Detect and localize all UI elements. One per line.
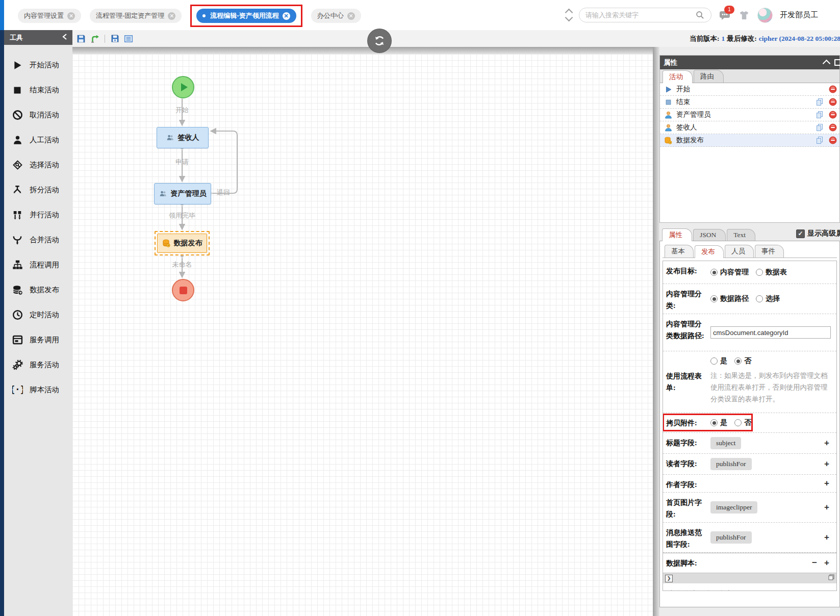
radio-option[interactable]: 内容管理 xyxy=(710,268,749,277)
header-right-cluster: 1 开发部员工 xyxy=(566,0,818,30)
tab-process-mgmt[interactable]: 流程管理-固定资产管理✕ xyxy=(90,9,182,23)
radio-option[interactable]: 是 xyxy=(710,418,727,427)
search-icon[interactable] xyxy=(694,9,706,21)
choice-icon xyxy=(11,159,23,171)
user-avatar[interactable] xyxy=(757,8,773,23)
tab-process-editor[interactable]: 流程编辑-资产领用流程✕ xyxy=(196,9,296,23)
radio-option[interactable]: 数据表 xyxy=(756,268,787,277)
copy-icon[interactable] xyxy=(815,110,824,119)
node-asset-manager[interactable]: 资产管理员 xyxy=(154,183,211,204)
add-field-button[interactable]: + xyxy=(824,438,829,448)
add-field-button[interactable]: + xyxy=(824,532,829,543)
tool-item[interactable]: 拆分活动 xyxy=(4,177,72,202)
field-chip[interactable]: imageclipper xyxy=(710,501,757,514)
detail-content: 基本 发布 人员 事件 发布目标: 内容管理 数据表 内容管理分类: xyxy=(659,241,840,607)
delete-icon[interactable] xyxy=(828,97,837,107)
field-label: 数据脚本: xyxy=(666,557,768,569)
cms-path-input[interactable] xyxy=(710,326,831,339)
activity-row[interactable]: 开始 xyxy=(660,83,839,96)
field-chip[interactable]: publishFor xyxy=(710,458,752,470)
collapse-sidebar-icon[interactable] xyxy=(62,34,67,42)
tool-item[interactable]: 合并活动 xyxy=(4,227,72,252)
properties-list-icon[interactable] xyxy=(123,34,134,44)
tab-text[interactable]: Text xyxy=(727,229,755,241)
deploy-icon[interactable] xyxy=(90,34,100,44)
save-icon[interactable] xyxy=(76,34,86,44)
save-as-icon[interactable] xyxy=(110,34,120,44)
activity-row[interactable]: 资产管理员 xyxy=(660,109,839,121)
script-editor-placeholder[interactable]: 点击此处，编写脚本代码 xyxy=(663,583,836,591)
refresh-button[interactable] xyxy=(368,29,391,53)
add-script-button[interactable]: + xyxy=(824,558,829,568)
tool-item[interactable]: 流程调用 xyxy=(4,252,72,277)
activity-row[interactable]: 签收人 xyxy=(660,121,839,134)
delete-icon[interactable] xyxy=(828,123,837,132)
tool-item-label: 拆分活动 xyxy=(30,185,59,195)
close-icon[interactable]: ✕ xyxy=(283,12,290,20)
tab-event[interactable]: 事件 xyxy=(755,245,784,258)
tool-item[interactable]: 结束活动 xyxy=(4,78,72,102)
tab-office-center[interactable]: 办公中心✕ xyxy=(311,9,361,23)
start-node[interactable] xyxy=(172,76,194,98)
theme-shirt-icon[interactable] xyxy=(738,9,750,21)
radio-option[interactable]: 否 xyxy=(734,418,751,427)
field-chip[interactable]: publishFor xyxy=(710,531,752,544)
tab-content-settings[interactable]: 内容管理设置✕ xyxy=(18,9,81,23)
tab-people[interactable]: 人员 xyxy=(725,245,754,258)
run-script-icon[interactable]: ❯ xyxy=(665,575,673,582)
node-sign-receiver[interactable]: 签收人 xyxy=(157,127,209,148)
search-box[interactable] xyxy=(579,8,711,22)
radio-option[interactable]: 数据路径 xyxy=(710,294,749,303)
copy-icon[interactable] xyxy=(815,97,824,107)
radio-option[interactable]: 否 xyxy=(734,356,751,366)
messages-icon[interactable]: 1 xyxy=(719,9,731,21)
close-icon[interactable]: ✕ xyxy=(168,12,175,20)
field-chip[interactable]: subject xyxy=(710,437,741,449)
activity-row[interactable]: 数据发布 xyxy=(660,134,839,147)
tool-item[interactable]: 服务活动 xyxy=(4,352,72,377)
tool-item[interactable]: 定时活动 xyxy=(4,302,72,327)
tab-json[interactable]: JSON xyxy=(693,229,726,241)
panel-splitter[interactable] xyxy=(653,47,659,616)
advanced-checkbox[interactable]: ✓ xyxy=(796,229,805,238)
tool-item[interactable]: 并行活动 xyxy=(4,202,72,227)
tool-item[interactable]: {·}脚本活动 xyxy=(4,377,72,402)
delete-icon[interactable] xyxy=(828,85,837,94)
add-field-button[interactable]: + xyxy=(824,502,829,512)
tool-item[interactable]: 服务调用 xyxy=(4,327,72,352)
delete-icon[interactable] xyxy=(828,110,837,119)
user-name[interactable]: 开发部员工 xyxy=(780,10,818,20)
add-field-button[interactable]: + xyxy=(824,478,829,489)
search-input[interactable] xyxy=(584,11,694,19)
tool-item[interactable]: 开始活动 xyxy=(4,53,72,78)
radio-option[interactable]: 是 xyxy=(710,356,727,366)
copy-icon[interactable] xyxy=(815,123,824,132)
tab-route[interactable]: 路由 xyxy=(694,70,724,83)
tool-item[interactable]: 取消活动 xyxy=(4,102,72,127)
tab-basic[interactable]: 基本 xyxy=(665,245,694,258)
node-data-publish-selected[interactable]: 数据发布 xyxy=(155,231,210,255)
tool-item[interactable]: 人工活动 xyxy=(4,127,72,152)
maximize-editor-icon[interactable] xyxy=(828,574,834,582)
tool-item[interactable]: 选择活动 xyxy=(4,152,72,177)
tool-item-label: 选择活动 xyxy=(30,160,59,170)
collapse-chevrons-icon[interactable] xyxy=(566,10,572,20)
popout-icon[interactable] xyxy=(834,59,840,66)
tab-prop[interactable]: 属性 xyxy=(662,228,692,241)
end-node[interactable] xyxy=(172,279,194,301)
close-icon[interactable]: ✕ xyxy=(347,12,355,20)
collapse-panel-icon[interactable] xyxy=(823,60,831,68)
radio-option[interactable]: 选择 xyxy=(756,294,780,303)
close-icon[interactable]: ✕ xyxy=(67,12,75,20)
delete-icon[interactable] xyxy=(828,136,837,145)
tab-activity[interactable]: 活动 xyxy=(663,70,693,83)
tab-publish[interactable]: 发布 xyxy=(695,245,724,258)
tool-item[interactable]: 数据发布 xyxy=(4,277,72,302)
form-row-use-flow-form: 使用流程表单: 是 否 注：如果选是，则发布到内容管理文档使用流程表单打开，否则… xyxy=(663,351,836,413)
copy-icon[interactable] xyxy=(815,136,824,145)
remove-script-button[interactable]: − xyxy=(812,558,817,568)
activity-row[interactable]: 结束 xyxy=(660,96,839,109)
flow-canvas[interactable]: 开始 签收人 申请 资产管理员 退回 领用完毕 数据发布 未命名 xyxy=(72,54,653,616)
add-field-button[interactable]: + xyxy=(824,459,829,469)
active-dot-icon xyxy=(202,14,206,17)
